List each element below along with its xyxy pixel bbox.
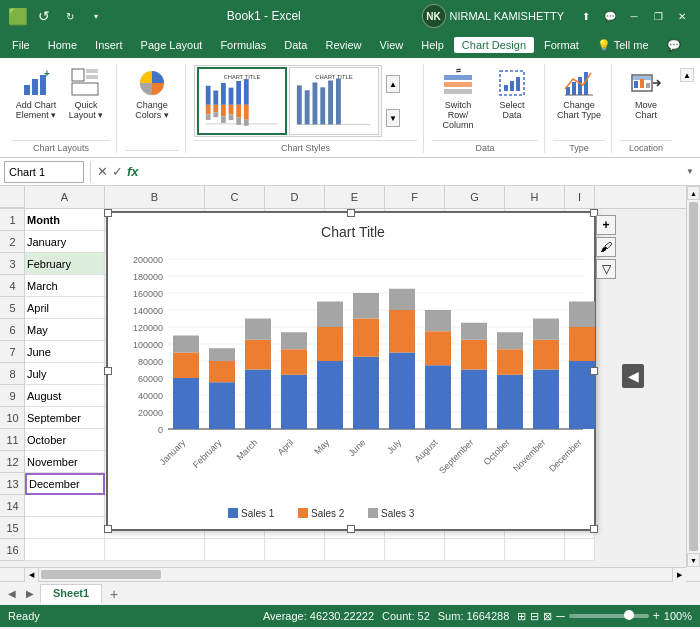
col-header-I[interactable]: I [565,186,595,208]
sheet-nav-next[interactable]: ▶ [22,588,38,599]
menu-view[interactable]: View [372,37,412,53]
row-num-7[interactable]: 7 [0,341,25,363]
cell-a1[interactable]: Month [25,209,105,231]
cell-a16[interactable] [25,539,105,561]
scroll-down-button[interactable]: ▼ [687,553,700,567]
row-num-4[interactable]: 4 [0,275,25,297]
bar-june[interactable] [353,293,379,429]
user-avatar[interactable]: NK [422,4,446,28]
cell-f16[interactable] [385,539,445,561]
change-colors-button[interactable]: ChangeColors ▾ [125,64,179,124]
bar-april[interactable] [281,332,307,429]
zoom-in-button[interactable]: + [653,609,660,623]
chart-style-2[interactable]: CHART TITLE [289,67,379,135]
row-num-3[interactable]: 3 [0,253,25,275]
col-header-E[interactable]: E [325,186,385,208]
menu-feedback[interactable]: 💬 [659,37,689,54]
menu-insert[interactable]: Insert [87,37,131,53]
col-header-G[interactable]: G [445,186,505,208]
cell-a8[interactable]: July [25,363,105,385]
cell-d16[interactable] [265,539,325,561]
row-num-6[interactable]: 6 [0,319,25,341]
row-num-9[interactable]: 9 [0,385,25,407]
menu-review[interactable]: Review [317,37,369,53]
redo-button[interactable]: ↻ [60,6,80,26]
chart-handle-tl[interactable] [104,209,112,217]
ribbon-collapse-button[interactable]: ▲ [680,68,694,82]
cell-a13[interactable]: December [25,473,105,495]
menu-format[interactable]: Format [536,37,587,53]
formula-confirm-button[interactable]: ✓ [112,164,123,179]
cell-a3[interactable]: February [25,253,105,275]
menu-help[interactable]: Help [413,37,452,53]
cell-h16[interactable] [505,539,565,561]
close-button[interactable]: ✕ [672,6,692,26]
col-header-A[interactable]: A [25,186,105,208]
bar-july[interactable] [389,289,415,429]
cell-a6[interactable]: May [25,319,105,341]
zoom-percent[interactable]: 100% [664,610,692,622]
sheet-tab-sheet1[interactable]: Sheet1 [40,584,102,604]
menu-formulas[interactable]: Formulas [212,37,274,53]
col-header-F[interactable]: F [385,186,445,208]
col-header-B[interactable]: B [105,186,205,208]
name-box[interactable] [4,161,84,183]
menu-page-layout[interactable]: Page Layout [133,37,211,53]
cell-e16[interactable] [325,539,385,561]
scroll-thumb-h[interactable] [41,570,161,579]
chart-styles-button[interactable]: 🖌 [596,237,616,257]
chart-styles-scroll-up[interactable]: ▲ [386,75,400,93]
bar-march[interactable] [245,319,271,430]
bar-october[interactable] [497,332,523,429]
row-num-11[interactable]: 11 [0,429,25,451]
undo-button[interactable]: ↺ [34,6,54,26]
add-chart-element-button[interactable]: + Add ChartElement ▾ [12,64,60,124]
cell-a9[interactable]: August [25,385,105,407]
cell-c16[interactable] [205,539,265,561]
formula-bar-expand-button[interactable]: ▼ [684,165,696,178]
view-page-break-button[interactable]: ⊠ [543,610,552,623]
menu-file[interactable]: File [4,37,38,53]
chart-style-1[interactable]: CHART TITLE [197,67,287,135]
switch-row-column-button[interactable]: ⇄ Switch Row/Column [432,64,484,134]
add-sheet-button[interactable]: + [104,584,124,604]
row-num-10[interactable]: 10 [0,407,25,429]
zoom-slider-thumb[interactable] [624,610,634,620]
quick-access-more[interactable]: ▾ [86,6,106,26]
share-button[interactable]: ⬆ [576,6,596,26]
chart-handle-bm[interactable] [347,525,355,533]
chart-handle-ml[interactable] [104,367,112,375]
chart-handle-tm[interactable] [347,209,355,217]
col-header-C[interactable]: C [205,186,265,208]
menu-tell-me[interactable]: 💡 Tell me [589,37,657,54]
row-num-1[interactable]: 1 [0,209,25,231]
cell-a5[interactable]: April [25,297,105,319]
select-data-button[interactable]: SelectData [486,64,538,124]
bar-august[interactable] [425,310,451,429]
menu-home[interactable]: Home [40,37,85,53]
zoom-slider[interactable] [569,614,649,618]
chart-styles-scroll-down[interactable]: ▼ [386,109,400,127]
quick-layout-button[interactable]: QuickLayout ▾ [62,64,110,124]
sheet-nav-prev[interactable]: ◀ [4,588,20,599]
cell-a15[interactable] [25,517,105,539]
view-normal-button[interactable]: ⊞ [517,610,526,623]
chart-handle-mr[interactable] [590,367,598,375]
horizontal-scrollbar[interactable]: ◀ ▶ [25,567,686,581]
formula-input[interactable] [143,161,681,183]
scroll-thumb-v[interactable] [689,202,698,551]
cell-a11[interactable]: October [25,429,105,451]
cell-g16[interactable] [445,539,505,561]
cell-a4[interactable]: March [25,275,105,297]
bar-may[interactable] [317,302,343,430]
bar-september[interactable] [461,323,487,429]
row-num-12[interactable]: 12 [0,451,25,473]
col-header-H[interactable]: H [505,186,565,208]
bar-december[interactable] [569,302,595,430]
scroll-right-button[interactable]: ▶ [672,568,686,582]
row-num-14[interactable]: 14 [0,495,25,517]
cell-i16[interactable] [565,539,595,561]
cell-a7[interactable]: June [25,341,105,363]
chart-handle-br[interactable] [590,525,598,533]
menu-chart-design[interactable]: Chart Design [454,37,534,53]
